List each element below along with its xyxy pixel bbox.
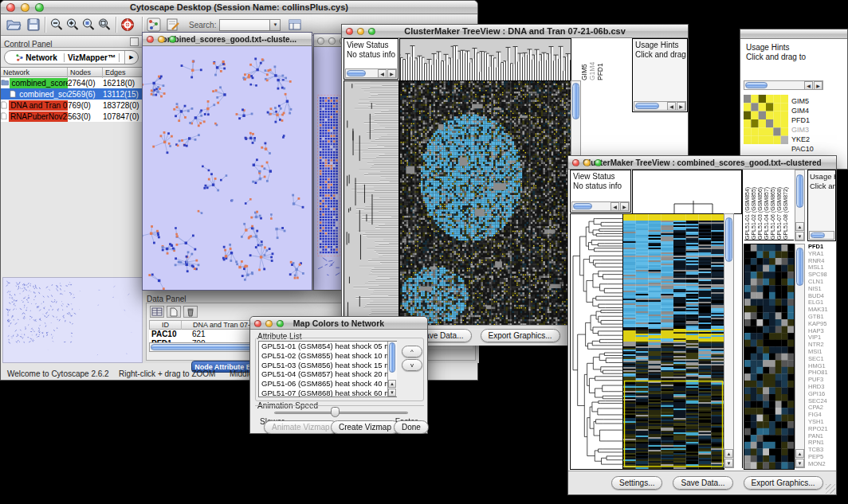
column-dendrogram-canvas[interactable] <box>399 38 571 81</box>
net1-titlebar[interactable]: combined_scores_good.txt--cluste... <box>143 33 312 46</box>
row-dendrogram-canvas[interactable] <box>344 80 399 326</box>
tv3-usage-scrollbar[interactable]: ◀ ▶ <box>744 80 823 90</box>
network-table-row[interactable]: combined_scores 2764(0) 16218(0) <box>1 77 142 88</box>
expression-heatmap-canvas[interactable] <box>399 80 571 326</box>
animate-vizmap-button[interactable]: Animate Vizmap <box>264 420 338 434</box>
attribute-list-item[interactable]: GPL51-02 (GSM855) heat shock 10 min <box>259 351 396 361</box>
expression-heatmap-canvas[interactable] <box>622 213 724 470</box>
gene-label[interactable]: YKE2 <box>791 135 844 144</box>
resize-grip[interactable] <box>826 484 835 494</box>
zoom-button[interactable] <box>595 159 602 166</box>
table-mode-icon[interactable] <box>150 306 164 318</box>
attribute-list-item[interactable]: GPL51-07 (GSM868) heat shock 60 min <box>259 389 396 397</box>
close-button[interactable] <box>254 320 261 327</box>
correlation-heatmap-canvas[interactable] <box>744 95 788 144</box>
gene-label[interactable]: GIM3 <box>791 125 844 135</box>
tv2-titlebar[interactable]: ClusterMaker TreeView : combined_scores_… <box>568 156 836 170</box>
column-label[interactable]: GPL51-08 (GSM872) <box>783 170 789 240</box>
help-lifering-icon[interactable] <box>120 17 135 33</box>
net2-titlebar[interactable] <box>314 34 343 47</box>
tv1-usage-scrollbar[interactable]: ◀ ▶ <box>634 101 686 111</box>
main-titlebar[interactable]: Cytoscape Desktop (Session Name: collins… <box>1 1 477 14</box>
tv2-heatmap-vscrollbar[interactable]: ▲ ▼ <box>724 213 734 468</box>
move-up-button[interactable]: ^ <box>402 346 422 357</box>
tv2-usage-scrollbar[interactable] <box>809 231 834 240</box>
treeview-action-button[interactable]: Settings... <box>611 476 662 490</box>
zoom-heatmap-canvas[interactable] <box>744 244 795 470</box>
move-down-button[interactable]: v <box>402 359 422 371</box>
gene-label[interactable]: PAC10 <box>791 144 844 154</box>
tv2-status-scrollbar[interactable]: ◀ ▶ <box>571 201 630 211</box>
network-table-row[interactable]: RNAPuberNov2+I 563(0) 107847(0) <box>1 111 142 122</box>
annotation-icon[interactable] <box>165 17 181 33</box>
column-dendrogram-canvas[interactable] <box>632 170 742 214</box>
minimize-button[interactable] <box>265 320 273 327</box>
done-button[interactable]: Done <box>394 420 429 434</box>
tv1-titlebar[interactable]: ClusterMaker TreeView : DNA and Tran 07-… <box>342 25 688 38</box>
gene-label[interactable]: GIM5 <box>791 96 844 106</box>
zoom-button[interactable] <box>169 36 176 43</box>
close-button[interactable] <box>6 3 15 12</box>
zoom-button[interactable] <box>368 28 375 35</box>
treeview-action-button[interactable]: Export Graphics... <box>744 476 823 490</box>
attribute-list-item[interactable]: GPL51-01 (GSM854) heat shock 05 min <box>259 342 396 351</box>
new-attribute-icon[interactable] <box>167 306 181 318</box>
zoom-button[interactable] <box>35 3 44 12</box>
tab-overflow-arrow[interactable]: ▶ <box>125 51 138 64</box>
attribute-list-item[interactable]: GPL51-06 (GSM865) heat shock 40 min <box>259 379 396 389</box>
close-button[interactable] <box>346 28 353 35</box>
open-file-icon[interactable] <box>6 17 22 33</box>
gene-label[interactable]: PFD1 <box>791 115 844 125</box>
close-button[interactable] <box>147 36 154 43</box>
network-canvas-2[interactable] <box>314 47 343 290</box>
attribute-list-item[interactable]: GPL51-04 (GSM857) heat shock 20 min <box>259 369 396 379</box>
create-vizmap-button[interactable]: Create Vizmap <box>331 420 399 434</box>
delete-attribute-icon[interactable] <box>183 306 198 318</box>
control-panel-tab[interactable]: Network <box>10 53 65 62</box>
float-panel-icon[interactable] <box>130 37 139 46</box>
close-button[interactable] <box>572 159 579 166</box>
close-button[interactable] <box>317 37 324 45</box>
zoom-selected-icon[interactable] <box>80 17 96 33</box>
birdseye-view-canvas[interactable] <box>2 277 143 363</box>
column-label[interactable]: GPL51-03 (GSM856) <box>757 170 764 240</box>
search-dropdown-icon[interactable]: ▼ <box>270 19 281 31</box>
zoom-in-icon[interactable] <box>65 17 80 33</box>
network-table-row[interactable]: DNA and Tran 07 769(0) 183728(0) <box>1 100 142 111</box>
attribute-list-vscrollbar[interactable]: ▲ ▼ <box>387 342 397 397</box>
save-icon[interactable] <box>26 17 41 33</box>
tv2-labels-vscrollbar[interactable]: ▲ ▼ <box>795 170 805 241</box>
minimize-button[interactable] <box>357 28 364 35</box>
treeview-action-button[interactable]: Save Data... <box>673 476 732 490</box>
search-input[interactable] <box>219 19 270 31</box>
attribute-list-item[interactable]: GPL51-03 (GSM856) heat shock 15 min <box>259 361 396 370</box>
minimize-button[interactable] <box>328 37 336 45</box>
speed-slider-track[interactable] <box>274 412 408 414</box>
column-label[interactable]: GIM3 <box>604 39 605 80</box>
minimize-button[interactable] <box>583 159 591 166</box>
dialog-titlebar[interactable]: Map Colors to Network <box>250 317 427 330</box>
column-header[interactable]: Edges <box>103 68 143 78</box>
column-label[interactable]: GPL51-04 (GSM857) <box>764 170 770 240</box>
tv2-zoom-vscrollbar[interactable]: ▲ ▼ <box>795 244 805 468</box>
zoom-out-icon[interactable] <box>49 17 65 33</box>
gene-label[interactable]: MON2 <box>808 461 837 468</box>
network-table-row[interactable]: combined_sco 2569(6) 13112(15) <box>1 88 142 100</box>
zoom-fit-icon[interactable] <box>96 17 112 33</box>
attribute-browser-icon[interactable] <box>287 17 303 33</box>
network-canvas[interactable] <box>143 46 312 290</box>
tv1-status-scrollbar[interactable]: ◀ ▶ <box>345 68 397 78</box>
treeview-action-button[interactable]: Export Graphics... <box>481 329 560 342</box>
column-label[interactable]: GPL51-01 (GSM854) <box>744 170 751 240</box>
column-header[interactable]: Nodes <box>68 68 103 78</box>
zoom-button[interactable] <box>277 320 284 327</box>
speed-slider-thumb[interactable] <box>331 407 340 417</box>
network-overview-icon[interactable] <box>146 17 162 33</box>
minimize-button[interactable] <box>158 36 165 43</box>
minimize-button[interactable] <box>21 3 29 12</box>
column-label[interactable]: GPL51-02 (GSM855) <box>751 170 757 240</box>
tv3-titlebar[interactable] <box>740 29 847 39</box>
gene-label[interactable]: GIM4 <box>791 106 844 115</box>
row-dendrogram-canvas[interactable] <box>570 213 624 470</box>
id-column-header[interactable]: ID <box>150 321 182 330</box>
